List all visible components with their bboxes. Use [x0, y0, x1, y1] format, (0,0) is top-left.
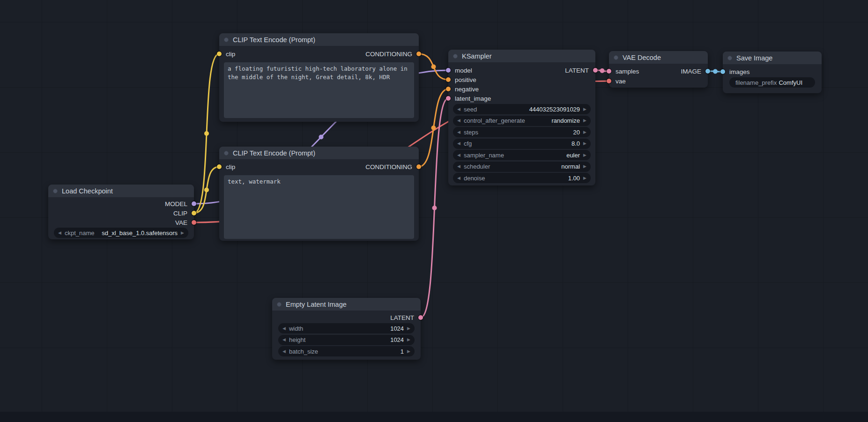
link-midpoint-dot[interactable] — [431, 126, 436, 130]
collapse-toggle-icon[interactable] — [453, 54, 458, 59]
increment-icon[interactable]: ▶ — [407, 326, 410, 331]
increment-icon[interactable]: ▶ — [583, 141, 586, 146]
node-graph-canvas[interactable]: Load Checkpoint MODEL CLIP VAE ◀ ckpt_na… — [0, 0, 868, 422]
node-titlebar[interactable]: VAE Decode — [609, 51, 708, 64]
widget-control-after-generate[interactable]: ◀ control_after_generate randomize ▶ — [453, 116, 591, 126]
ksampler-input-negative[interactable] — [446, 87, 451, 91]
clip-negative-output-conditioning[interactable] — [416, 164, 421, 169]
link-midpoint-dot[interactable] — [431, 65, 436, 69]
widget-value: 1 — [401, 348, 404, 355]
increment-icon[interactable]: ▶ — [583, 118, 586, 123]
increment-icon[interactable]: ▶ — [583, 164, 586, 169]
decrement-icon[interactable]: ◀ — [457, 153, 460, 157]
increment-icon[interactable]: ▶ — [181, 231, 184, 235]
prompt-textarea[interactable]: a floating futuristic high-tech laborato… — [224, 62, 414, 118]
ksampler-output-latent[interactable] — [593, 68, 598, 73]
decrement-icon[interactable]: ◀ — [457, 107, 460, 111]
increment-icon[interactable]: ▶ — [583, 153, 586, 157]
link-clip-positive-output-conditioning-to-ksampler-input-positive[interactable] — [419, 54, 448, 80]
load-checkpoint-output-model[interactable] — [192, 201, 196, 206]
widget-cfg[interactable]: ◀ cfg 8.0 ▶ — [453, 139, 591, 149]
output-label-model: MODEL — [165, 200, 187, 207]
empty-latent-output-latent[interactable] — [418, 315, 423, 320]
node-title: CLIP Text Encode (Prompt) — [233, 36, 315, 44]
link-midpoint-dot[interactable] — [319, 135, 324, 140]
widget-batch-size[interactable]: ◀ batch_size 1 ▶ — [278, 346, 415, 356]
load-checkpoint-output-clip[interactable] — [192, 211, 196, 215]
increment-icon[interactable]: ▶ — [407, 349, 410, 354]
widget-height[interactable]: ◀ height 1024 ▶ — [278, 335, 415, 345]
widget-denoise[interactable]: ◀ denoise 1.00 ▶ — [453, 173, 591, 183]
clip-positive-output-conditioning[interactable] — [416, 52, 421, 56]
increment-icon[interactable]: ▶ — [583, 107, 586, 111]
decrement-icon[interactable]: ◀ — [457, 164, 460, 169]
node-ksampler[interactable]: KSampler model LATENT positive negative … — [448, 50, 595, 185]
widget-value: ComfyUI — [779, 79, 802, 86]
link-clip-negative-output-conditioning-to-ksampler-input-negative[interactable] — [419, 89, 448, 167]
link-midpoint-dot[interactable] — [204, 131, 209, 136]
widget-scheduler[interactable]: ◀ scheduler normal ▶ — [453, 162, 591, 172]
output-label-vae: VAE — [175, 219, 187, 226]
link-empty-latent-output-latent-to-ksampler-input-latent-image[interactable] — [421, 98, 448, 318]
node-vae-decode[interactable]: VAE Decode samples IMAGE vae — [609, 51, 708, 88]
widget-sampler-name[interactable]: ◀ sampler_name euler ▶ — [453, 150, 591, 160]
widget-filename-prefix[interactable]: filename_prefix ComfyUI — [729, 77, 815, 88]
node-titlebar[interactable]: CLIP Text Encode (Prompt) — [219, 147, 419, 159]
vae-decode-output-image[interactable] — [705, 69, 710, 74]
node-clip-text-encode-positive[interactable]: CLIP Text Encode (Prompt) clip CONDITION… — [219, 33, 419, 122]
ksampler-input-positive[interactable] — [446, 77, 451, 82]
widget-label: width — [289, 325, 303, 332]
node-save-image[interactable]: Save Image images filename_prefix ComfyU… — [723, 52, 822, 93]
decrement-icon[interactable]: ◀ — [457, 176, 460, 180]
node-clip-text-encode-negative[interactable]: CLIP Text Encode (Prompt) clip CONDITION… — [219, 147, 419, 241]
increment-icon[interactable]: ▶ — [583, 130, 586, 134]
widget-label: sampler_name — [464, 152, 504, 159]
link-midpoint-dot[interactable] — [600, 68, 605, 73]
node-load-checkpoint[interactable]: Load Checkpoint MODEL CLIP VAE ◀ ckpt_na… — [48, 185, 194, 239]
widget-seed[interactable]: ◀ seed 444032523091029 ▶ — [453, 104, 591, 114]
node-titlebar[interactable]: Save Image — [723, 52, 822, 64]
node-title: Load Checkpoint — [62, 187, 113, 195]
node-titlebar[interactable]: KSampler — [448, 50, 595, 62]
output-label-latent: LATENT — [565, 67, 589, 74]
prompt-textarea[interactable]: text, watermark — [224, 175, 414, 239]
node-title: KSampler — [462, 52, 492, 60]
decrement-icon[interactable]: ◀ — [58, 231, 61, 235]
widget-steps[interactable]: ◀ steps 20 ▶ — [453, 127, 591, 137]
widget-label: filename_prefix — [735, 79, 777, 86]
collapse-toggle-icon[interactable] — [53, 189, 58, 193]
link-midpoint-dot[interactable] — [432, 206, 437, 210]
ksampler-input-latent-image[interactable] — [446, 96, 451, 101]
decrement-icon[interactable]: ◀ — [282, 326, 286, 331]
link-midpoint-dot[interactable] — [713, 69, 718, 74]
node-title: Empty Latent Image — [286, 301, 347, 308]
decrement-icon[interactable]: ◀ — [457, 130, 460, 134]
increment-icon[interactable]: ▶ — [407, 338, 410, 342]
collapse-toggle-icon[interactable] — [224, 151, 229, 155]
decrement-icon[interactable]: ◀ — [457, 118, 460, 123]
input-label-positive: positive — [455, 76, 476, 83]
increment-icon[interactable]: ▶ — [583, 176, 586, 180]
decrement-icon[interactable]: ◀ — [457, 141, 460, 146]
load-checkpoint-output-vae[interactable] — [192, 220, 196, 225]
collapse-toggle-icon[interactable] — [727, 56, 732, 60]
node-title: CLIP Text Encode (Prompt) — [233, 149, 315, 157]
node-titlebar[interactable]: Load Checkpoint — [48, 185, 194, 197]
widget-value: 1024 — [390, 336, 404, 343]
node-titlebar[interactable]: Empty Latent Image — [272, 298, 421, 311]
decrement-icon[interactable]: ◀ — [282, 338, 286, 342]
decrement-icon[interactable]: ◀ — [282, 349, 286, 354]
link-load-checkpoint-output-clip-to-clip-positive-input-clip[interactable] — [194, 54, 219, 213]
link-midpoint-dot[interactable] — [204, 188, 209, 192]
node-empty-latent-image[interactable]: Empty Latent Image LATENT ◀ width 1024 ▶… — [272, 298, 421, 360]
collapse-toggle-icon[interactable] — [614, 55, 618, 60]
collapse-toggle-icon[interactable] — [224, 37, 229, 42]
collapse-toggle-icon[interactable] — [277, 302, 282, 307]
widget-width[interactable]: ◀ width 1024 ▶ — [278, 323, 415, 333]
node-titlebar[interactable]: CLIP Text Encode (Prompt) — [219, 33, 419, 46]
output-label-conditioning: CONDITIONING — [365, 51, 412, 58]
save-image-input-images[interactable] — [720, 69, 725, 74]
link-load-checkpoint-output-clip-to-clip-negative-input-clip[interactable] — [194, 167, 219, 213]
vae-decode-input-vae[interactable] — [607, 79, 611, 83]
widget-ckpt-name[interactable]: ◀ ckpt_name sd_xl_base_1.0.safetensors ▶ — [54, 228, 188, 238]
